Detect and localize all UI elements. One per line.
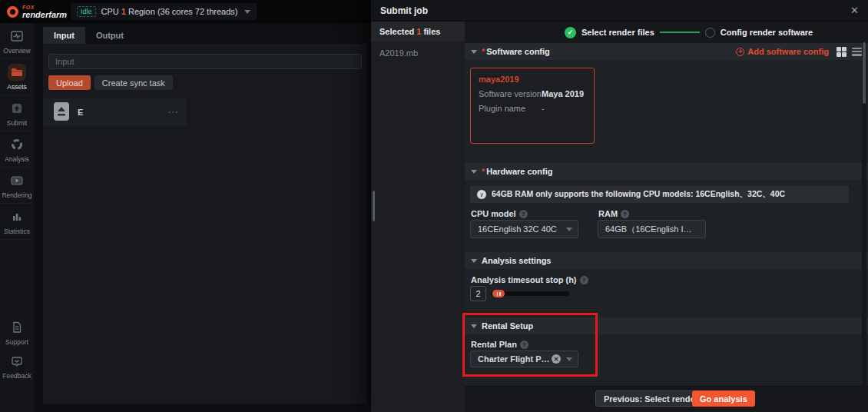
selected-files-count: 1: [416, 27, 421, 36]
analysis-settings-header: Analysis settings: [465, 252, 868, 269]
sidebar-item-statistics[interactable]: Statistics: [0, 204, 34, 240]
list-view-icon[interactable]: [852, 47, 862, 57]
region-label-pre: CPU: [101, 7, 119, 16]
collapse-caret-icon[interactable]: [471, 170, 477, 174]
info-icon: i: [477, 190, 486, 199]
region-selector[interactable]: Idle CPU 1 Region (36 cores 72 threads): [71, 3, 257, 20]
sidebar-item-submit[interactable]: Submit: [0, 95, 34, 131]
filter-input[interactable]: [48, 54, 362, 69]
chevron-down-icon: [244, 10, 250, 14]
rental-setup-title: Rental Setup: [482, 321, 533, 331]
add-software-config-button[interactable]: + Add software config: [736, 47, 829, 56]
idle-status-badge: Idle: [77, 6, 96, 17]
collapse-caret-icon[interactable]: [471, 50, 477, 54]
more-options-button[interactable]: ···: [168, 108, 179, 117]
rental-plan-label: Rental Plan ?: [471, 340, 528, 349]
step-pending-circle-icon: [705, 28, 715, 38]
folder-icon: [8, 64, 26, 81]
scrollbar-thumb[interactable]: [373, 191, 375, 221]
help-icon[interactable]: ?: [621, 210, 629, 218]
brand-renderfarm-text: renderfarm: [22, 11, 67, 19]
software-config-card[interactable]: maya2019 Software version Maya 2019 Plug…: [470, 68, 595, 144]
go-analysis-button[interactable]: Go analysis: [692, 390, 755, 407]
drive-label: E: [78, 108, 83, 117]
drive-icon: [53, 101, 70, 123]
help-icon[interactable]: ?: [520, 341, 528, 349]
ram-notice-banner: i 64GB RAM only supports the following C…: [470, 186, 849, 203]
fox-logo-icon: [7, 6, 18, 18]
dialog-content: ✓ Select render files Config render soft…: [465, 22, 868, 412]
step-select-render-files[interactable]: Select render files: [581, 28, 654, 37]
ram-select[interactable]: 64GB（16CEnglish Idle/32C Idle/40...: [598, 220, 706, 238]
app-window: FOX renderfarm Idle CPU 1 Region (36 cor…: [0, 0, 868, 412]
step-config-render-software[interactable]: Config render software: [721, 28, 813, 37]
plugin-name-value: -: [542, 104, 545, 113]
clear-selection-icon[interactable]: ✕: [552, 354, 561, 364]
step-done-check-icon: ✓: [565, 27, 576, 38]
drive-list-item[interactable]: E ···: [43, 98, 187, 126]
activity-icon: [8, 28, 26, 45]
sidebar-item-analysis[interactable]: Analysis: [0, 131, 34, 168]
sidebar: Overview Assets Submit Analysis Renderin…: [0, 23, 34, 412]
sidebar-item-rendering[interactable]: Rendering: [0, 168, 34, 204]
pie-segments-icon: [8, 136, 26, 153]
upload-button[interactable]: Upload: [48, 75, 91, 90]
bar-chart-icon: [8, 208, 26, 225]
timeout-value-input[interactable]: [470, 286, 486, 301]
cpu-model-label: CPU model ?: [471, 209, 528, 218]
analysis-timeout-label: Analysis timesout stop (h) ?: [471, 275, 588, 284]
create-sync-task-button[interactable]: Create sync task: [94, 75, 173, 90]
main-content: Input Output Upload Create sync task E ·…: [34, 23, 371, 412]
tab-output[interactable]: Output: [85, 27, 134, 44]
close-icon[interactable]: ✕: [850, 5, 859, 16]
software-config-title: Software config: [486, 47, 550, 56]
sidebar-item-overview[interactable]: Overview: [0, 23, 34, 59]
collapse-caret-icon[interactable]: [471, 324, 477, 328]
submit-job-dialog: Submit job ✕ Selected 1 files A2019.mb ✓…: [371, 0, 868, 412]
tabbar: Input Output: [43, 27, 367, 44]
stepper-band: ✓ Select render files Config render soft…: [465, 22, 868, 43]
software-version-value: Maya 2019: [542, 89, 584, 98]
software-version-label: Software version: [479, 89, 542, 98]
cpu-model-select[interactable]: 16CEnglish 32C 40C: [470, 220, 578, 238]
region-number: 1: [121, 7, 126, 16]
upload-arrow-icon: [8, 100, 26, 117]
timeout-slider-handle[interactable]: [492, 290, 505, 297]
selected-files-header: Selected 1 files: [371, 22, 465, 42]
dialog-title: Submit job: [380, 5, 428, 16]
collapse-caret-icon[interactable]: [471, 259, 477, 263]
required-mark: *: [482, 167, 485, 176]
chevron-down-icon: [566, 228, 572, 231]
software-config-header: * Software config + Add software config: [465, 43, 868, 60]
sidebar-item-assets[interactable]: Assets: [0, 59, 34, 95]
scrollbar-track[interactable]: [862, 22, 866, 412]
rental-plan-select[interactable]: Charter Flight Program ✕: [470, 351, 578, 367]
plus-circle-icon: +: [736, 48, 744, 56]
stepper: ✓ Select render files Config render soft…: [565, 22, 813, 43]
grid-view-icon[interactable]: [837, 47, 846, 57]
tab-input[interactable]: Input: [43, 27, 85, 44]
help-icon[interactable]: ?: [580, 276, 588, 284]
sidebar-item-support[interactable]: Support: [0, 315, 34, 349]
assets-panel: Input Output Upload Create sync task E ·…: [43, 27, 367, 404]
chevron-down-icon: [566, 357, 572, 361]
brand-logo: FOX renderfarm: [7, 5, 67, 19]
selected-files-panel: Selected 1 files A2019.mb: [371, 22, 465, 412]
hardware-config-title: Hardware config: [486, 167, 552, 176]
help-icon[interactable]: ?: [519, 210, 528, 218]
hardware-config-header: * Hardware config: [465, 163, 868, 180]
sidebar-item-feedback[interactable]: Feedback: [0, 349, 34, 383]
document-icon: [8, 319, 26, 336]
brand-fox-text: FOX: [22, 5, 67, 10]
required-mark: *: [482, 47, 485, 56]
scrollbar-thumb[interactable]: [863, 42, 866, 104]
plugin-name-label: Plugin name: [479, 104, 542, 113]
analysis-settings-title: Analysis settings: [482, 256, 551, 265]
dialog-footer: Previous: Select render files Go analysi…: [465, 386, 868, 412]
rental-setup-header: Rental Setup: [465, 317, 868, 334]
selected-file-name[interactable]: A2019.mb: [379, 48, 465, 58]
ram-label: RAM ?: [598, 209, 629, 218]
timeout-slider-track[interactable]: [491, 291, 569, 296]
region-label-post: Region (36 cores 72 threads): [128, 7, 237, 16]
software-card-name: maya2019: [479, 75, 594, 84]
